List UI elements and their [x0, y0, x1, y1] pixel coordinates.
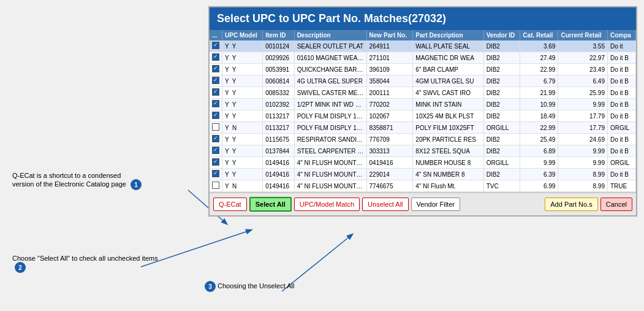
annotation-2: Choose "Select All" to check all uncheck…: [12, 255, 165, 273]
row-item-id: 0053991: [263, 64, 294, 75]
row-description: SEALER OUTLET PLAT: [294, 40, 366, 52]
dialog-title: Select UPC to UPC Part No. Matches(27032…: [210, 7, 636, 30]
row-curr-retail: 17.79: [558, 110, 608, 122]
row-cat-retail: 9.99: [520, 157, 558, 169]
upc-model-match-button[interactable]: UPC/Model Match: [294, 198, 360, 211]
row-part-desc: 4" SN NUMBER 8: [413, 169, 483, 180]
row-new-part-no: 7746675: [366, 180, 413, 192]
table-row[interactable]: Y Y 0010124 SEALER OUTLET PLAT 264911 WA…: [210, 40, 636, 52]
annotation-3-badge: 3: [205, 281, 216, 292]
row-curr-retail: 17.79: [558, 122, 608, 134]
unselect-all-button[interactable]: Unselect All: [362, 198, 408, 211]
table-row[interactable]: Y Y 0029926 01610 MAGNET WEATH 271101 MA…: [210, 52, 636, 64]
qecat-button[interactable]: Q-ECat: [213, 198, 247, 211]
row-cat-retail: 27.49: [520, 52, 558, 64]
row-checkbox[interactable]: [210, 52, 222, 64]
table-row[interactable]: Y N 0113217 POLY FILM DISPLY 10X 8358871…: [210, 122, 636, 134]
row-curr-retail: 6.49: [558, 75, 608, 87]
row-checkbox[interactable]: [210, 99, 222, 110]
row-new-part-no: 229014: [366, 169, 413, 180]
row-vendor-id: DIB2: [483, 134, 520, 145]
table-row[interactable]: Y N 0149416 4" NI FLUSH MOUNT #8 7746675…: [210, 180, 636, 192]
table-wrapper: ... UPC Model Item ID Description New Pa…: [210, 30, 636, 193]
row-new-part-no: 8358871: [366, 122, 413, 134]
row-vendor-id: DIB2: [483, 145, 520, 157]
matches-table: ... UPC Model Item ID Description New Pa…: [210, 30, 636, 192]
row-curr-retail: 8.99: [558, 180, 608, 192]
row-upc-model: Y Y: [222, 52, 263, 64]
row-curr-retail: 8.99: [558, 169, 608, 180]
annotation-1: Q-ECat is a shortcut to a condensedversi…: [12, 172, 142, 190]
row-new-part-no: 770202: [366, 99, 413, 110]
row-vendor-id: DIB2: [483, 169, 520, 180]
table-row[interactable]: Y Y 0149416 4" NI FLUSH MOUNT #8 229014 …: [210, 169, 636, 180]
row-curr-retail: 22.97: [558, 52, 608, 64]
row-item-id: 0085332: [263, 87, 294, 99]
row-checkbox[interactable]: [210, 180, 222, 192]
row-checkbox[interactable]: [210, 169, 222, 180]
row-vendor-id: DIB2: [483, 110, 520, 122]
row-vendor-id: DIB2: [483, 64, 520, 75]
row-checkbox[interactable]: [210, 64, 222, 75]
row-checkbox[interactable]: [210, 75, 222, 87]
col-vendor-id: Vendor ID: [483, 30, 520, 40]
row-item-id: 0137844: [263, 145, 294, 157]
table-row[interactable]: Y Y 0060814 4G ULTRA GEL SUPER 358044 4G…: [210, 75, 636, 87]
row-upc-model: Y Y: [222, 145, 263, 157]
row-compa: ORGIL: [607, 157, 635, 169]
table-header-row: ... UPC Model Item ID Description New Pa…: [210, 30, 636, 40]
row-upc-model: Y N: [222, 180, 263, 192]
col-item-id: Item ID: [263, 30, 294, 40]
row-cat-retail: 6.99: [520, 180, 558, 192]
row-upc-model: Y N: [222, 122, 263, 134]
row-description: 4" NI FLUSH MOUNT #8: [294, 157, 366, 169]
row-curr-retail: 23.49: [558, 64, 608, 75]
row-item-id: 0149416: [263, 169, 294, 180]
table-row[interactable]: Y Y 0137844 STEEL CARPENTER SQ 303313 8X…: [210, 145, 636, 157]
row-item-id: 0115675: [263, 134, 294, 145]
table-row[interactable]: Y Y 0085332 SWIVEL CASTER META 200111 4"…: [210, 87, 636, 99]
row-item-id: 0149416: [263, 157, 294, 169]
table-row[interactable]: Y Y 0113217 POLY FILM DISPLY 10X 102067 …: [210, 110, 636, 122]
row-description: RESPIRATOR SANDING: [294, 134, 366, 145]
cancel-button[interactable]: Cancel: [600, 198, 632, 211]
row-upc-model: Y Y: [222, 134, 263, 145]
row-checkbox[interactable]: [210, 87, 222, 99]
row-vendor-id: DIB2: [483, 40, 520, 52]
select-all-button[interactable]: Select All: [249, 197, 292, 212]
row-new-part-no: 264911: [366, 40, 413, 52]
annotation-3: 3 Choosing the Unselect All: [202, 281, 294, 292]
row-vendor-id: DIB2: [483, 52, 520, 64]
row-part-desc: WALL PLATE SEAL: [413, 40, 483, 52]
row-part-desc: MAGNETIC DR WEA: [413, 52, 483, 64]
row-checkbox[interactable]: [210, 122, 222, 134]
table-row[interactable]: Y Y 0102392 1/2PT MINK INT WD STA 770202…: [210, 99, 636, 110]
row-checkbox[interactable]: [210, 40, 222, 52]
row-compa: Do it B: [607, 145, 635, 157]
table-row[interactable]: Y Y 0149416 4" NI FLUSH MOUNT #8 0419416…: [210, 157, 636, 169]
row-checkbox[interactable]: [210, 134, 222, 145]
row-cat-retail: 6.89: [520, 145, 558, 157]
row-checkbox[interactable]: [210, 110, 222, 122]
row-curr-retail: 9.99: [558, 157, 608, 169]
row-cat-retail: 22.99: [520, 64, 558, 75]
row-part-desc: 20PK PARTICLE RES: [413, 134, 483, 145]
row-compa: Do it B: [607, 134, 635, 145]
row-cat-retail: 21.99: [520, 87, 558, 99]
row-checkbox[interactable]: [210, 145, 222, 157]
row-compa: Do it B: [607, 110, 635, 122]
table-row[interactable]: Y Y 0115675 RESPIRATOR SANDING 776709 20…: [210, 134, 636, 145]
row-vendor-id: TVC: [483, 180, 520, 192]
vendor-filter-button[interactable]: Vendor Filter: [411, 198, 460, 211]
row-compa: Do it B: [607, 99, 635, 110]
col-check: ...: [210, 30, 222, 40]
add-part-nos-button[interactable]: Add Part No.s: [545, 198, 597, 211]
annotation-1-text: Q-ECat is a shortcut to a condensedversi…: [12, 172, 126, 188]
row-upc-model: Y Y: [222, 87, 263, 99]
annotation-2-badge: 2: [15, 262, 26, 273]
row-checkbox[interactable]: [210, 157, 222, 169]
row-part-desc: 8X12 STEEL SQUA: [413, 145, 483, 157]
table-row[interactable]: Y Y 0053991 QUICKCHANGE BAR CL 396109 6"…: [210, 64, 636, 75]
row-cat-retail: 6.39: [520, 169, 558, 180]
row-vendor-id: DIB2: [483, 99, 520, 110]
